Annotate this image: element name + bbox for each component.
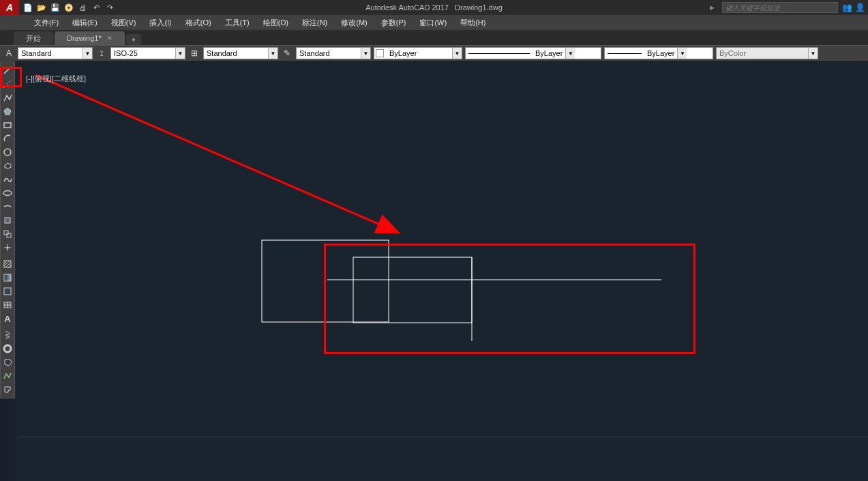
gradient-tool-icon[interactable] [1,271,14,285]
canvas-content [15,61,868,481]
print-icon[interactable]: 🖨 [76,1,89,14]
lineweight-preview-icon [608,53,642,54]
open-icon[interactable]: 📂 [35,1,48,14]
menu-tools[interactable]: 工具(T) [218,16,256,30]
drawing-canvas[interactable]: [-][俯视][二维线框] [15,61,868,481]
svg-line-1 [3,80,12,88]
svg-rect-18 [4,288,11,295]
circle-tool-icon[interactable] [1,145,14,159]
undo-icon[interactable]: ↶ [90,1,102,14]
mleader-style-dropdown[interactable]: Standard▼ [296,47,371,59]
exchange-icon[interactable]: 👤 [855,3,865,12]
menu-window[interactable]: 窗口(W) [413,16,453,30]
hatch-tool-icon[interactable] [1,257,14,271]
ellipse-tool-icon[interactable] [1,186,14,200]
polyline-tool-icon[interactable] [1,91,14,104]
point-tool-icon[interactable] [1,241,14,254]
svg-rect-8 [7,233,11,237]
menu-draw[interactable]: 绘图(D) [256,16,295,30]
dim-style-dropdown[interactable]: ISO-25▼ [110,47,185,59]
menu-file[interactable]: 文件(F) [27,16,65,30]
text-style-dropdown[interactable]: Standard▼ [18,47,93,59]
svg-rect-6 [5,218,10,223]
linetype-preview-icon [468,53,530,54]
viewport-label[interactable]: [-][俯视][二维线框] [26,74,86,84]
lineweight-dropdown[interactable]: ByLayer▼ [604,47,713,59]
polygon-tool-icon[interactable] [1,104,14,118]
rectangle-tool-icon[interactable] [1,118,14,132]
menu-bar: 文件(F) 编辑(E) 视图(V) 插入(I) 格式(O) 工具(T) 绘图(D… [0,15,868,30]
menu-view[interactable]: 视图(V) [104,16,143,30]
signin-icon[interactable]: 👥 [842,3,852,12]
tab-start[interactable]: 开始 [14,31,53,45]
linetype-dropdown[interactable]: ByLayer▼ [465,47,601,59]
svg-line-14 [4,261,10,266]
menu-help[interactable]: 帮助(H) [453,16,492,30]
line-tool-icon[interactable] [1,63,14,77]
redo-icon[interactable]: ↷ [104,1,116,14]
construction-line-icon[interactable] [1,77,14,91]
boundary-tool-icon[interactable] [1,383,14,396]
search-input[interactable] [722,2,838,13]
layer-color-dropdown[interactable]: ByLayer▼ [374,47,462,59]
menu-insert[interactable]: 插入(I) [143,16,178,30]
tab-bar: 开始 Drawing1* ✕ + [0,30,868,45]
text-style-icon[interactable]: A [3,47,15,59]
svg-rect-7 [4,231,8,235]
revision-cloud-icon[interactable] [1,159,14,173]
title-right: ▶ 👥 👤 [706,1,865,14]
wipeout-tool-icon[interactable] [1,355,14,369]
dim-style-icon[interactable]: ⟟ [95,47,108,59]
tab-drawing1[interactable]: Drawing1* ✕ [55,31,125,45]
svg-rect-3 [4,123,11,128]
svg-point-4 [4,149,11,156]
draw-toolbar: A [0,61,15,398]
svg-rect-24 [262,240,389,322]
svg-marker-2 [4,108,11,115]
svg-line-16 [8,265,11,267]
ellipse-arc-icon[interactable] [1,200,14,214]
chevron-down-icon: ▼ [677,48,687,59]
window-title: Autodesk AutoCAD 2017 Drawing1.dwg [365,3,503,12]
save-icon[interactable]: 💾 [49,1,61,14]
menu-parametric[interactable]: 参数(P) [374,16,413,30]
spline-tool-icon[interactable] [1,173,14,186]
svg-line-13 [4,261,7,263]
svg-rect-25 [353,257,472,323]
table-style-dropdown[interactable]: Standard▼ [203,47,278,59]
mtext-tool-icon[interactable]: A [1,312,14,325]
menu-edit[interactable]: 编辑(E) [65,16,104,30]
insert-block-icon[interactable] [1,214,14,227]
table-tool-icon[interactable] [1,298,14,312]
table-style-icon[interactable]: ⊞ [188,47,200,59]
chevron-right-icon[interactable]: ▶ [706,1,718,14]
color-swatch-icon [376,49,384,57]
new-icon[interactable]: 📄 [22,1,34,14]
title-bar: A 📄 📂 💾 📀 🖨 ↶ ↷ Autodesk AutoCAD 2017 Dr… [0,0,868,15]
region-tool-icon[interactable] [1,285,14,298]
tab-add[interactable]: + [126,34,141,45]
donut-tool-icon[interactable] [1,342,14,355]
chevron-down-icon: ▼ [808,48,818,59]
svg-rect-17 [4,274,11,281]
chevron-down-icon: ▼ [361,48,370,59]
menu-format[interactable]: 格式(O) [179,16,218,30]
helix-tool-icon[interactable] [1,328,14,342]
svg-line-15 [5,262,11,267]
make-block-icon[interactable] [1,227,14,241]
chevron-down-icon: ▼ [565,48,575,59]
svg-rect-12 [4,261,11,267]
chevron-down-icon: ▼ [452,48,462,59]
svg-line-29 [35,75,397,232]
plotstyle-dropdown[interactable]: ByColor▼ [716,47,818,59]
3dpoly-tool-icon[interactable] [1,369,14,383]
chevron-down-icon: ▼ [83,48,92,59]
mleader-style-icon[interactable]: ✎ [281,47,293,59]
menu-dimension[interactable]: 标注(N) [295,16,334,30]
app-logo[interactable]: A [0,0,19,15]
menu-modify[interactable]: 修改(M) [334,16,374,30]
svg-line-0 [4,67,11,74]
close-icon[interactable]: ✕ [107,35,113,42]
arc-tool-icon[interactable] [1,132,14,145]
saveas-icon[interactable]: 📀 [63,1,75,14]
